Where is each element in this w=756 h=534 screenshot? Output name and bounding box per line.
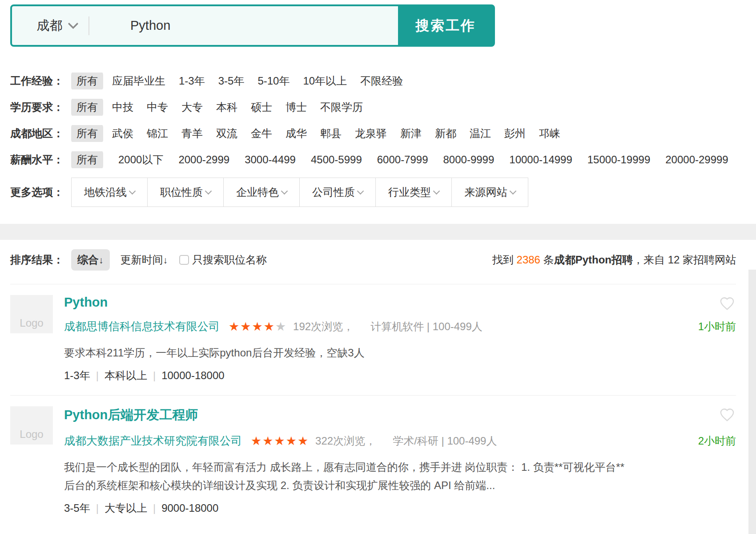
dropdown-公司性质[interactable]: 公司性质 — [300, 178, 376, 206]
more-options-row: 更多选项： 地铁沿线职位性质企业特色公司性质行业类型来源网站 — [10, 178, 756, 207]
filter-option[interactable]: 中技 — [112, 100, 133, 114]
filter-option[interactable]: 3-5年 — [218, 74, 245, 88]
filter-option[interactable]: 成华 — [286, 126, 307, 141]
chevron-down-icon — [509, 187, 516, 194]
filter-option[interactable]: 2000-2999 — [178, 154, 229, 166]
meta-separator: | — [96, 502, 99, 514]
filter-option[interactable]: 所有 — [71, 99, 103, 116]
chevron-down-icon — [281, 187, 288, 194]
search-button[interactable]: 搜索工作 — [398, 6, 493, 45]
filter-option[interactable]: 彭州 — [504, 126, 526, 141]
star-filled-icon: ★ — [262, 434, 274, 448]
dropdown-职位性质[interactable]: 职位性质 — [148, 178, 224, 206]
dropdown-label: 行业类型 — [388, 185, 431, 199]
filter-row: 学历要求：所有中技中专大专本科硕士博士不限学历 — [10, 99, 756, 116]
filter-option[interactable]: 1-3年 — [179, 74, 205, 88]
dropdown-label: 企业特色 — [236, 185, 279, 199]
job-title-link[interactable]: Python后端开发工程师 — [64, 406, 198, 424]
meta-value: 1-3年 — [64, 368, 90, 383]
filter-section: 工作经验：所有应届毕业生1-3年3-5年5-10年10年以上不限经验学历要求：所… — [10, 73, 756, 168]
filter-option[interactable]: 不限经验 — [360, 74, 403, 88]
filter-option[interactable]: 应届毕业生 — [112, 74, 165, 88]
meta-separator: | — [153, 502, 156, 514]
view-count: 322次浏览， — [315, 434, 376, 448]
arrow-down-icon: ↓ — [163, 255, 168, 265]
job-main: Python成都思博信科信息技术有限公司★★★★★192次浏览，计算机软件 | … — [64, 295, 736, 383]
industry-and-size: 学术/科研 | 100-499人 — [393, 434, 497, 448]
dropdown-行业类型[interactable]: 行业类型 — [376, 178, 452, 206]
filter-option[interactable]: 硕士 — [251, 100, 272, 114]
filter-option[interactable]: 不限学历 — [320, 100, 363, 114]
company-name-link[interactable]: 成都大数据产业技术研究院有限公司 — [64, 433, 242, 448]
city-selector[interactable]: 成都 — [12, 17, 77, 35]
title-only-checkbox-label[interactable]: 只搜索职位名称 — [192, 253, 267, 267]
filter-option[interactable]: 温江 — [470, 126, 491, 141]
filter-option[interactable]: 锦江 — [147, 126, 168, 141]
dropdown-地铁沿线[interactable]: 地铁沿线 — [72, 178, 148, 206]
job-title-link[interactable]: Python — [64, 295, 108, 310]
filter-option[interactable]: 3000-4499 — [245, 154, 296, 166]
filter-option[interactable]: 本科 — [216, 100, 237, 114]
chevron-down-icon — [433, 187, 440, 194]
filter-option[interactable]: 8000-9999 — [443, 154, 495, 166]
meta-separator: | — [96, 369, 99, 382]
filter-option[interactable]: 博士 — [286, 100, 307, 114]
company-name-link[interactable]: 成都思博信科信息技术有限公司 — [64, 319, 220, 334]
job-description: 我们是一个成长型的团队，年轻而富有活力 成长路上，愿有志同道合的你，携手并进 岗… — [64, 458, 687, 494]
filter-option[interactable]: 大专 — [181, 100, 203, 114]
filter-option[interactable]: 10年以上 — [303, 74, 347, 88]
meta-value: 本科以上 — [105, 368, 147, 383]
filter-option[interactable]: 邛崃 — [539, 126, 560, 141]
star-filled-icon: ★ — [240, 320, 252, 333]
filter-option[interactable]: 双流 — [216, 126, 237, 141]
filter-option[interactable]: 新津 — [400, 126, 422, 141]
result-count: 2386 — [517, 254, 540, 266]
job-description-line: 后台的系统框架和核心模块的详细设计及实现 2. 负责设计和实现扩展性较强的 AP… — [64, 476, 687, 494]
filter-option[interactable]: 所有 — [71, 73, 103, 89]
filter-option[interactable]: 6000-7999 — [377, 154, 428, 166]
dropdown-企业特色[interactable]: 企业特色 — [224, 178, 300, 206]
filter-option[interactable]: 中专 — [147, 100, 168, 114]
filter-option[interactable]: 龙泉驿 — [355, 126, 387, 141]
dropdown-label: 公司性质 — [312, 185, 355, 199]
filter-option[interactable]: 4500-5999 — [311, 154, 362, 166]
filter-option[interactable]: 2000以下 — [118, 153, 163, 167]
filter-option[interactable]: 5-10年 — [257, 74, 290, 88]
chevron-down-icon — [205, 187, 212, 194]
dropdown-label: 地铁沿线 — [84, 185, 127, 199]
filter-option[interactable]: 新都 — [435, 126, 456, 141]
scrollbar[interactable] — [748, 270, 756, 534]
dropdown-来源网站[interactable]: 来源网站 — [452, 178, 528, 206]
filter-option[interactable]: 20000-29999 — [665, 154, 728, 166]
meta-value: 大专以上 — [105, 501, 147, 515]
filter-option[interactable]: 青羊 — [181, 126, 203, 141]
view-count: 192次浏览， — [293, 320, 354, 334]
chevron-down-icon — [357, 187, 364, 194]
meta-separator: | — [153, 369, 156, 382]
job-description-line: 要求本科211学历，一年以上实际python后台开发经验，空缺3人 — [64, 344, 687, 362]
sort-option-update-time[interactable]: 更新时间↓ — [121, 253, 168, 267]
star-filled-icon: ★ — [298, 434, 309, 448]
title-only-checkbox[interactable] — [179, 255, 189, 265]
star-filled-icon: ★ — [251, 434, 262, 448]
filter-option[interactable]: 所有 — [71, 151, 103, 168]
filter-option[interactable]: 15000-19999 — [587, 154, 650, 166]
filter-row: 工作经验：所有应届毕业生1-3年3-5年5-10年10年以上不限经验 — [10, 73, 756, 89]
chevron-down-icon — [129, 187, 136, 194]
search-input-area: 成都 — [12, 6, 398, 45]
filter-option[interactable]: 10000-14999 — [509, 154, 572, 166]
filter-option[interactable]: 武侯 — [112, 126, 133, 141]
star-filled-icon: ★ — [229, 320, 240, 333]
filter-option[interactable]: 郫县 — [320, 126, 342, 141]
filter-label: 薪酬水平： — [10, 153, 71, 167]
favorite-heart-icon[interactable] — [719, 407, 735, 424]
search-input[interactable] — [89, 18, 398, 33]
filter-option[interactable]: 金牛 — [251, 126, 272, 141]
sort-option-comprehensive[interactable]: 综合↓ — [71, 249, 110, 271]
company-logo-placeholder: Logo — [10, 295, 53, 333]
section-divider-band — [0, 224, 756, 240]
filter-option[interactable]: 所有 — [71, 125, 103, 142]
favorite-heart-icon[interactable] — [719, 296, 735, 313]
star-empty-icon: ★ — [275, 320, 287, 333]
posted-time: 1小时前 — [698, 320, 736, 334]
